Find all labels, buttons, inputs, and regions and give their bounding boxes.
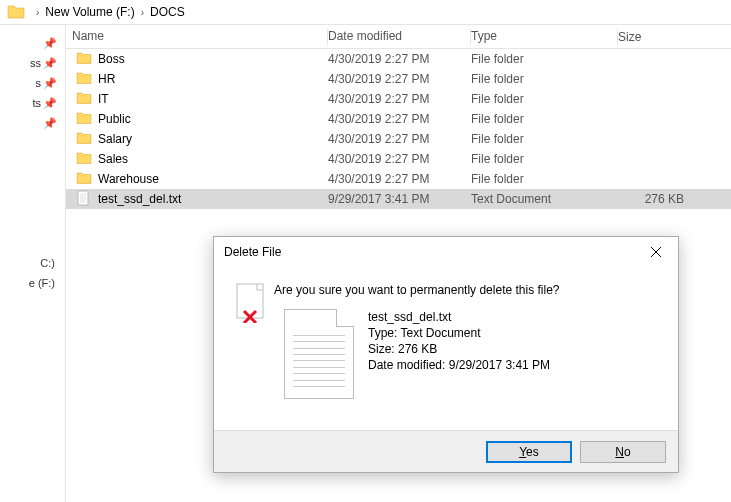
breadcrumb-folder[interactable]: DOCS [150,5,185,19]
detail-type: Type: Text Document [368,325,550,341]
file-type: File folder [471,92,618,106]
text-file-icon [76,190,92,209]
folder-icon [76,50,92,69]
close-icon [650,246,662,258]
file-date: 4/30/2019 2:27 PM [328,132,471,146]
folder-icon [76,110,92,129]
file-type: File folder [471,152,618,166]
quick-access-item[interactable]: ss📌 [0,53,65,73]
dialog-titlebar[interactable]: Delete File [214,237,678,267]
column-header-date[interactable]: Date modified [328,29,471,45]
detail-size: Size: 276 KB [368,341,550,357]
file-date: 4/30/2019 2:27 PM [328,72,471,86]
file-date: 4/30/2019 2:27 PM [328,92,471,106]
pin-icon: 📌 [43,77,57,90]
file-name: Boss [98,52,125,66]
file-name: test_ssd_del.txt [98,192,181,206]
nav-drive-f[interactable]: e (F:) [0,273,65,293]
pin-icon: 📌 [43,57,57,70]
column-header-name[interactable]: Name [66,29,328,45]
delete-document-icon [230,279,274,399]
quick-access-item[interactable]: s📌 [0,73,65,93]
yes-button[interactable]: Yes [486,441,572,463]
file-name: HR [98,72,115,86]
chevron-right-icon[interactable]: › [141,7,144,18]
folder-icon [76,150,92,169]
close-button[interactable] [636,238,676,266]
no-button[interactable]: No [580,441,666,463]
folder-icon [76,170,92,189]
quick-access-item[interactable]: 📌 [0,33,65,53]
navigation-pane[interactable]: 📌 ss📌 s📌 ts📌 📌 C:) e (F:) [0,25,66,502]
file-type: File folder [471,172,618,186]
file-date: 4/30/2019 2:27 PM [328,112,471,126]
file-size: 276 KB [618,192,688,206]
file-thumbnail-icon [284,309,354,399]
file-type: Text Document [471,192,618,206]
file-name: IT [98,92,109,106]
column-header-type[interactable]: Type [471,29,618,45]
pin-icon: 📌 [43,97,57,110]
file-row[interactable]: Public4/30/2019 2:27 PMFile folder [66,109,731,129]
detail-filename: test_ssd_del.txt [368,309,550,325]
file-row[interactable]: Sales4/30/2019 2:27 PMFile folder [66,149,731,169]
file-type: File folder [471,52,618,66]
folder-icon [6,2,26,22]
file-row[interactable]: Boss4/30/2019 2:27 PMFile folder [66,49,731,69]
file-name: Public [98,112,131,126]
file-type: File folder [471,132,618,146]
file-row[interactable]: Warehouse4/30/2019 2:27 PMFile folder [66,169,731,189]
breadcrumb-drive[interactable]: New Volume (F:) [45,5,134,19]
nav-drive-c[interactable]: C:) [0,253,65,273]
file-row[interactable]: HR4/30/2019 2:27 PMFile folder [66,69,731,89]
file-row[interactable]: IT4/30/2019 2:27 PMFile folder [66,89,731,109]
quick-access-item[interactable]: 📌 [0,113,65,133]
breadcrumb[interactable]: › New Volume (F:) › DOCS [0,0,731,25]
quick-access-item[interactable]: ts📌 [0,93,65,113]
folder-icon [76,90,92,109]
folder-icon [76,70,92,89]
detail-date: Date modified: 9/29/2017 3:41 PM [368,357,550,373]
file-date: 4/30/2019 2:27 PM [328,52,471,66]
file-type: File folder [471,72,618,86]
folder-icon [76,130,92,149]
file-date: 4/30/2019 2:27 PM [328,172,471,186]
column-headers: Name Date modified Type Size [66,25,731,49]
dialog-title: Delete File [224,245,281,259]
file-name: Warehouse [98,172,159,186]
chevron-right-icon[interactable]: › [36,7,39,18]
file-date: 9/29/2017 3:41 PM [328,192,471,206]
dialog-message: Are you sure you want to permanently del… [274,279,662,309]
file-name: Sales [98,152,128,166]
file-type: File folder [471,112,618,126]
delete-file-dialog: Delete File Are you sure you want to per… [213,236,679,473]
file-name: Salary [98,132,132,146]
column-header-size[interactable]: Size [618,30,688,44]
pin-icon: 📌 [43,37,57,50]
file-date: 4/30/2019 2:27 PM [328,152,471,166]
file-row[interactable]: Salary4/30/2019 2:27 PMFile folder [66,129,731,149]
file-row[interactable]: test_ssd_del.txt9/29/2017 3:41 PMText Do… [66,189,731,209]
dialog-buttons: Yes No [214,430,678,472]
pin-icon: 📌 [43,117,57,130]
file-details: test_ssd_del.txt Type: Text Document Siz… [368,309,550,373]
